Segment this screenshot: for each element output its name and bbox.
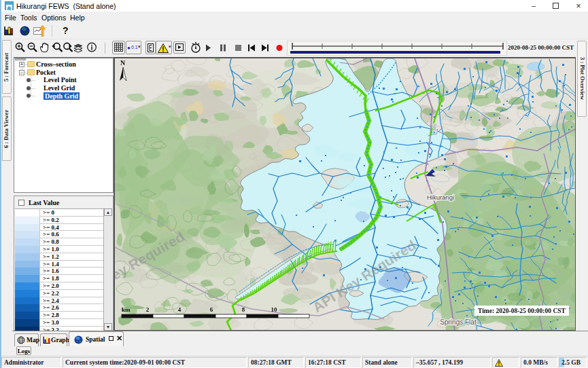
svg-text:Hikurangi: Hikurangi — [427, 194, 454, 201]
svg-text:10: 10 — [271, 306, 278, 313]
svg-text:4: 4 — [178, 306, 181, 313]
svg-text:km: km — [122, 306, 131, 313]
svg-text:2: 2 — [146, 306, 150, 313]
svg-text:N: N — [120, 59, 126, 67]
svg-text:Time: 2020-08-25 00:00:00 CST: Time: 2020-08-25 00:00:00 CST — [478, 308, 566, 314]
svg-text:SH 1: SH 1 — [431, 123, 438, 136]
svg-text:6: 6 — [210, 306, 213, 313]
svg-text:8: 8 — [242, 306, 245, 313]
svg-text:Springs Flat: Springs Flat — [440, 318, 477, 326]
